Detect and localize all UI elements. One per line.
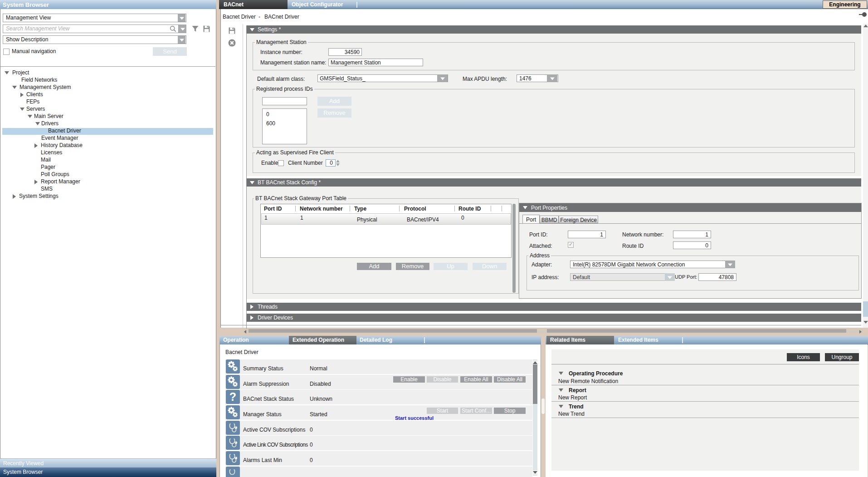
svg-text:?: ? xyxy=(229,390,236,403)
